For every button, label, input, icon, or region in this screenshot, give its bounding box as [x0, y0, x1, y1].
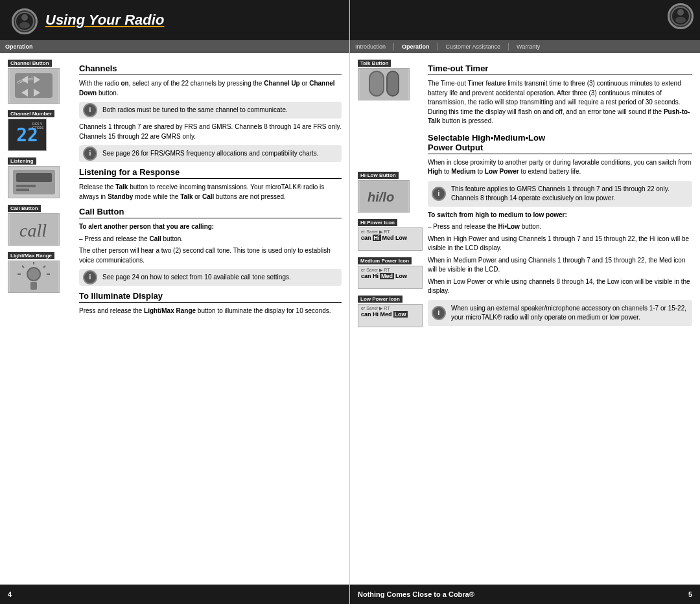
channels-body2: Channels 1 through 7 are shared by FRS a… — [79, 122, 342, 141]
svg-point-2 — [19, 22, 30, 29]
cobra-logo-right — [668, 3, 694, 29]
channels-tip2-text: See page 26 for FRS/GMRS frequency alloc… — [102, 150, 319, 157]
hilow-button-image: hi/lo — [358, 180, 410, 213]
channels-tip2: i See page 26 for FRS/GMRS frequency all… — [79, 145, 342, 162]
hi-power-section: Hi Power Icon er Saver ▶ RT can Hi Med L… — [358, 218, 423, 251]
talk-button-image — [358, 68, 410, 100]
channels-tip1: i Both radios must be tuned to the same … — [79, 102, 342, 119]
hi-power-row2: can Hi Med Low — [361, 235, 419, 241]
listening-body: Release the Talk button to receive incom… — [79, 183, 342, 202]
tip-icon-5: i — [432, 306, 446, 320]
svg-rect-19 — [30, 282, 37, 290]
med-body: When in Medium Power and using Channels … — [428, 256, 692, 275]
channels-body1: With the radio on, select any of the 22 … — [79, 79, 342, 98]
illuminate-body: Press and release the Light/Max Range bu… — [79, 307, 342, 316]
svg-text:call: call — [19, 220, 47, 240]
timeout-title: Time-out Timer — [428, 64, 692, 75]
left-images-col: Channel Button channel — [8, 58, 73, 319]
nav-operation: Operation — [5, 43, 33, 50]
svg-point-18 — [27, 268, 40, 281]
switch-label: To switch from high to medium to low pow… — [428, 211, 692, 220]
power-tip2-text: When using an external speaker/microphon… — [451, 305, 686, 321]
svg-rect-29 — [369, 71, 384, 96]
talk-button-section: Talk Button — [358, 58, 423, 100]
svg-rect-13 — [16, 185, 36, 187]
power-tip1: i This feature applies to GMRS Channels … — [428, 181, 692, 207]
right-logo — [668, 3, 694, 29]
call-subtitle: To alert another person that you are cal… — [79, 222, 342, 232]
channel-button-label: Channel Button — [8, 60, 52, 67]
light-max-label: Light/Max Range — [8, 252, 54, 259]
nav-sep3 — [508, 43, 509, 51]
channel-button-section: Channel Button channel — [8, 58, 73, 104]
hilow-button-section: Hi-Low Button hi/lo — [358, 170, 423, 213]
left-nav: Operation — [0, 40, 349, 53]
left-content: Channel Button channel — [0, 53, 349, 324]
right-nav: Introduction Operation Customer Assistan… — [350, 40, 700, 53]
right-footer: Nothing Comes Close to a Cobra® 5 — [350, 585, 700, 604]
med-power-label: Medium Power Icon — [358, 257, 412, 264]
svg-point-1 — [21, 14, 28, 21]
listening-label: Listening — [8, 157, 36, 165]
nav-operation-right: Operation — [402, 43, 430, 50]
nav-customer: Customer Assistance — [446, 43, 501, 50]
call-button-image: call — [8, 213, 60, 246]
left-footer: 4 — [0, 585, 349, 604]
channel-button-image: channel — [8, 68, 60, 104]
tip-icon-3: i — [83, 270, 97, 285]
light-max-image — [8, 261, 60, 293]
left-page-num: 4 — [8, 590, 12, 598]
hi-highlight: Hi — [373, 235, 381, 241]
nav-intro: Introduction — [355, 43, 386, 50]
med-power-row1: er Saver ▶ RT — [361, 268, 419, 273]
left-page: Using Your Radio Operation Channel Butto… — [0, 0, 350, 604]
hi-power-row1: er Saver ▶ RT — [361, 229, 419, 235]
nav-sep2 — [438, 43, 438, 51]
listening-section: Listening — [8, 156, 73, 198]
left-header: Using Your Radio — [0, 0, 349, 40]
med-power-section: Medium Power Icon er Saver ▶ RT can Hi M… — [358, 256, 423, 289]
tip-icon-1: i — [83, 103, 97, 117]
call-button-section: Call Button call — [8, 203, 73, 246]
svg-rect-14 — [16, 189, 29, 191]
med-highlight: Med — [380, 273, 394, 279]
call-button-title: Call Button — [79, 207, 342, 218]
svg-point-27 — [675, 17, 686, 23]
svg-text:hi/lo: hi/lo — [368, 190, 394, 204]
low-body: When in Low Power or while using channel… — [428, 277, 692, 296]
talk-button-label: Talk Button — [358, 60, 391, 67]
med-power-display: er Saver ▶ RT can Hi Med Low — [358, 266, 423, 289]
tip-icon-2: i — [83, 146, 97, 161]
call-button-label: Call Button — [8, 205, 41, 212]
right-header — [350, 0, 700, 40]
power-tip2: i When using an external speaker/microph… — [428, 300, 692, 326]
hi-body: When in High Power and using Channels 1 … — [428, 235, 692, 253]
cobra-logo-left — [12, 8, 38, 34]
low-power-section: Low Power Icon er Saver ▶ RT can Hi Med … — [358, 294, 423, 327]
hi-power-display: er Saver ▶ RT can Hi Med Low — [358, 227, 423, 251]
left-text-col: Channels With the radio on, select any o… — [79, 58, 342, 319]
channel-number-section: Channel Number DCS VCTCSS 22 — [8, 109, 73, 151]
low-highlight: Low — [393, 311, 408, 318]
listening-title: Listening for a Response — [79, 167, 342, 179]
timeout-body: The Time-out Timer feature limits transm… — [428, 79, 692, 126]
channels-tip1-text: Both radios must be tuned to the same ch… — [102, 106, 288, 113]
call-step: – Press and release the Call button. — [79, 235, 342, 244]
low-power-row1: er Saver ▶ RT — [361, 306, 419, 311]
light-max-section: Light/Max Range — [8, 251, 73, 293]
right-images-col: Talk Button Hi-Low Button — [358, 58, 423, 332]
svg-rect-30 — [387, 71, 399, 96]
svg-point-26 — [677, 9, 684, 16]
call-tip-text: See page 24 on how to select from 10 ava… — [102, 273, 291, 281]
call-body: The other person will hear a two (2) sec… — [79, 246, 342, 265]
listening-image — [8, 166, 60, 198]
svg-rect-12 — [16, 173, 52, 182]
low-power-display: er Saver ▶ RT can Hi Med Low — [358, 304, 423, 327]
channels-title: Channels — [79, 64, 342, 75]
low-power-row2: can Hi Med Low — [361, 311, 419, 318]
power-tip1-text: This feature applies to GMRS Channels 1 … — [451, 185, 670, 202]
power-title: Selectable High•Medium•LowPower Output — [428, 133, 692, 154]
channel-number-label: Channel Number — [8, 110, 54, 117]
left-logo — [6, 3, 42, 39]
hi-power-label: Hi Power Icon — [358, 219, 397, 226]
